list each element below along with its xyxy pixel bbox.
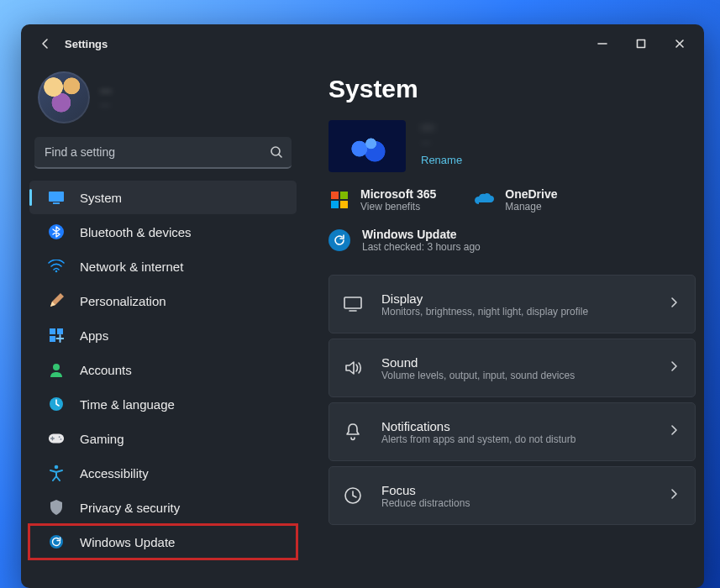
info-tiles: Microsoft 365 View benefits OneDrive Man…	[328, 187, 696, 213]
svg-point-14	[55, 465, 59, 470]
svg-rect-2	[49, 192, 64, 202]
sidebar-item-accessibility[interactable]: Accessibility	[29, 456, 297, 490]
sidebar-item-time-language[interactable]: Time & language	[29, 387, 297, 421]
card-display[interactable]: DisplayMonitors, brightness, night light…	[328, 275, 696, 333]
wu-title: Windows Update	[362, 228, 481, 241]
device-thumbnail	[328, 120, 406, 172]
card-sub: Monitors, brightness, night light, displ…	[381, 306, 588, 318]
search-icon	[270, 145, 283, 159]
sidebar-item-accounts[interactable]: Accounts	[29, 353, 297, 386]
chevron-right-icon	[670, 297, 678, 312]
card-sub: Reduce distractions	[381, 497, 470, 509]
sidebar-item-label: System	[80, 191, 122, 205]
profile-name: —	[100, 84, 112, 97]
svg-rect-0	[638, 40, 645, 48]
svg-point-9	[53, 364, 60, 370]
accounts-icon	[48, 361, 65, 378]
profile-email: —	[100, 99, 112, 111]
svg-rect-20	[344, 297, 361, 308]
sidebar-item-windows-update[interactable]: Windows Update	[29, 525, 297, 559]
card-title: Focus	[381, 483, 470, 497]
device-name: —	[421, 120, 462, 135]
tile-sub: View benefits	[360, 201, 436, 213]
time-language-icon	[48, 396, 65, 412]
accessibility-icon	[48, 465, 65, 481]
microsoft-365-icon	[328, 189, 350, 211]
close-button[interactable]	[660, 24, 699, 63]
card-title: Display	[381, 291, 588, 306]
device-block: — — Rename	[328, 120, 696, 172]
sidebar-item-label: Windows Update	[80, 535, 175, 549]
chevron-right-icon	[670, 360, 678, 375]
search-input[interactable]	[43, 144, 270, 160]
chevron-right-icon	[670, 424, 678, 439]
windows-update-row[interactable]: Windows Update Last checked: 3 hours ago	[328, 228, 696, 253]
system-icon	[48, 189, 65, 206]
svg-point-13	[60, 438, 62, 440]
window-title: Settings	[65, 38, 108, 50]
network-icon	[48, 258, 65, 275]
card-focus[interactable]: FocusReduce distractions	[328, 466, 696, 525]
maximize-button[interactable]	[622, 24, 660, 63]
avatar	[38, 71, 90, 123]
back-button[interactable]	[31, 29, 60, 58]
page-heading: System	[328, 75, 696, 103]
svg-point-12	[59, 436, 60, 438]
sidebar-item-gaming[interactable]: Gaming	[29, 422, 297, 455]
card-sub: Volume levels, output, input, sound devi…	[381, 370, 575, 381]
svg-rect-6	[50, 328, 55, 334]
card-title: Sound	[381, 355, 575, 370]
profile-block[interactable]: — —	[29, 63, 297, 137]
svg-point-15	[50, 535, 63, 549]
svg-rect-19	[340, 201, 348, 208]
tile-sub: Manage	[505, 201, 557, 213]
sound-icon	[343, 358, 363, 378]
windows-update-icon	[328, 229, 350, 251]
svg-rect-3	[53, 202, 60, 204]
tile-onedrive[interactable]: OneDrive Manage	[473, 187, 557, 213]
card-title: Notifications	[381, 419, 575, 433]
sidebar-item-label: Apps	[80, 328, 108, 343]
wu-sub: Last checked: 3 hours ago	[362, 241, 481, 253]
card-sound[interactable]: SoundVolume levels, output, input, sound…	[328, 339, 696, 397]
tile-m365[interactable]: Microsoft 365 View benefits	[328, 187, 436, 213]
sidebar-item-apps[interactable]: Apps	[29, 318, 297, 352]
display-icon	[343, 294, 363, 314]
notifications-icon	[343, 422, 363, 442]
sidebar-item-personalization[interactable]: Personalization	[29, 284, 297, 318]
sidebar-item-network[interactable]: Network & internet	[29, 249, 297, 283]
sidebar-item-bluetooth[interactable]: Bluetooth & devices	[29, 215, 297, 249]
bluetooth-icon	[48, 223, 65, 240]
tile-title: OneDrive	[505, 187, 557, 201]
sidebar-item-label: Bluetooth & devices	[80, 225, 192, 239]
search-box[interactable]	[34, 137, 292, 169]
nav-list: SystemBluetooth & devicesNetwork & inter…	[29, 181, 297, 559]
window-controls	[583, 24, 699, 63]
sidebar-item-label: Time & language	[80, 397, 175, 412]
focus-icon	[343, 486, 363, 506]
chevron-right-icon	[670, 488, 678, 503]
svg-rect-8	[50, 336, 55, 342]
personalization-icon	[48, 292, 65, 309]
sidebar: — — SystemBluetooth & devicesNetwork & i…	[21, 63, 305, 588]
svg-point-5	[55, 270, 58, 273]
settings-window: Settings — — SystemBluetooth & devicesNe…	[21, 24, 704, 588]
sidebar-item-label: Network & internet	[80, 260, 183, 274]
windows-update-icon	[48, 533, 65, 550]
sidebar-item-system[interactable]: System	[29, 181, 297, 214]
rename-link[interactable]: Rename	[421, 154, 462, 166]
privacy-security-icon	[48, 499, 65, 516]
sidebar-item-privacy-security[interactable]: Privacy & security	[29, 491, 297, 524]
settings-cards: DisplayMonitors, brightness, night light…	[328, 275, 696, 525]
card-notifications[interactable]: NotificationsAlerts from apps and system…	[328, 402, 696, 461]
tile-title: Microsoft 365	[360, 187, 436, 201]
content-pane: System — — Rename	[305, 63, 704, 588]
sidebar-item-label: Accessibility	[80, 466, 149, 480]
card-sub: Alerts from apps and system, do not dist…	[381, 433, 575, 445]
minimize-button[interactable]	[583, 24, 622, 63]
sidebar-item-label: Accounts	[80, 363, 132, 377]
svg-rect-18	[331, 201, 339, 208]
onedrive-icon	[473, 189, 495, 211]
gaming-icon	[48, 430, 65, 447]
svg-rect-16	[331, 192, 339, 199]
